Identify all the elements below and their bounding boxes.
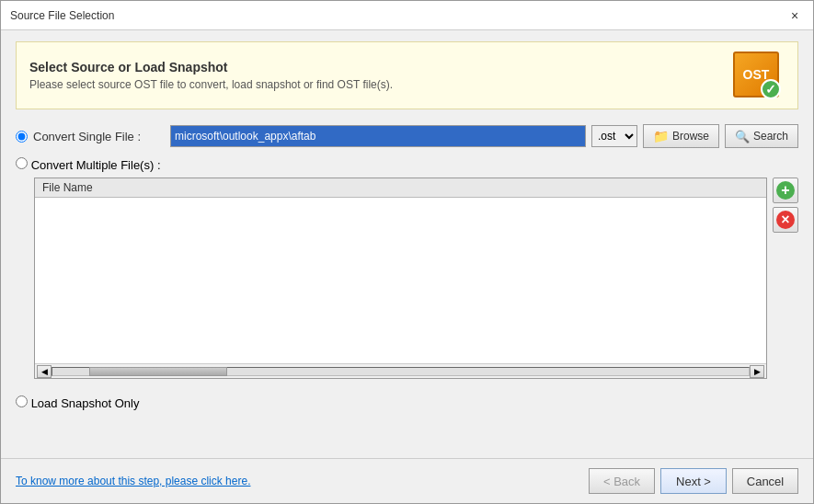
multiple-files-radio[interactable] bbox=[16, 157, 28, 169]
remove-file-button[interactable]: × bbox=[773, 207, 798, 233]
footer: To know more about this step, please cli… bbox=[1, 458, 813, 503]
browse-folder-icon: 📁 bbox=[653, 129, 669, 143]
file-list-area: File Name ◀ ▶ bbox=[34, 178, 798, 379]
dialog: Source File Selection × Select Source or… bbox=[0, 0, 814, 504]
main-content: Select Source or Load Snapshot Please se… bbox=[1, 30, 813, 458]
multiple-files-label-row: Convert Multiple File(s) : bbox=[16, 157, 798, 172]
file-input-group: .ost .pst 📁 Browse 🔍 Search bbox=[170, 124, 798, 148]
load-snapshot-radio[interactable] bbox=[16, 395, 28, 407]
multiple-files-section: Convert Multiple File(s) : File Name ◀ bbox=[16, 157, 798, 379]
close-button[interactable]: × bbox=[785, 6, 804, 25]
footer-buttons: < Back Next > Cancel bbox=[589, 468, 798, 494]
ost-icon: OST ✓ bbox=[733, 52, 779, 97]
single-file-row: Convert Single File : .ost .pst 📁 Browse… bbox=[16, 124, 798, 148]
search-button[interactable]: 🔍 Search bbox=[725, 124, 798, 148]
title-bar: Source File Selection × bbox=[1, 1, 813, 30]
single-file-radio[interactable] bbox=[16, 131, 28, 143]
cancel-button[interactable]: Cancel bbox=[732, 468, 798, 494]
ost-icon-container: OST ✓ bbox=[733, 52, 785, 99]
file-path-input[interactable] bbox=[170, 125, 586, 147]
banner-title: Select Source or Load Snapshot bbox=[29, 60, 393, 74]
add-file-button[interactable]: + bbox=[773, 178, 798, 203]
banner-description: Please select source OST file to convert… bbox=[29, 78, 393, 91]
file-list-container: File Name ◀ ▶ bbox=[34, 178, 767, 379]
scroll-left-arrow[interactable]: ◀ bbox=[37, 365, 52, 378]
remove-icon: × bbox=[776, 211, 795, 229]
file-list-header: File Name bbox=[35, 178, 766, 198]
load-snapshot-label[interactable]: Load Snapshot Only bbox=[16, 395, 139, 410]
back-button[interactable]: < Back bbox=[589, 468, 655, 494]
file-list-buttons: + × bbox=[773, 178, 798, 379]
scroll-right-arrow[interactable]: ▶ bbox=[750, 365, 764, 378]
single-file-label[interactable]: Convert Single File : bbox=[16, 130, 163, 143]
dialog-title: Source File Selection bbox=[10, 9, 114, 22]
file-ext-dropdown[interactable]: .ost .pst bbox=[591, 125, 637, 147]
load-snapshot-row: Load Snapshot Only bbox=[16, 395, 798, 410]
header-text: Select Source or Load Snapshot Please se… bbox=[29, 60, 393, 91]
next-button[interactable]: Next > bbox=[660, 468, 727, 494]
file-list-section: File Name ◀ ▶ bbox=[34, 178, 798, 379]
multiple-files-label[interactable]: Convert Multiple File(s) : bbox=[16, 157, 161, 172]
scrollbar-track bbox=[52, 367, 750, 376]
header-banner: Select Source or Load Snapshot Please se… bbox=[16, 41, 798, 109]
scrollbar-thumb[interactable] bbox=[89, 367, 227, 376]
horizontal-scrollbar[interactable]: ◀ ▶ bbox=[35, 363, 766, 378]
options-section: Convert Single File : .ost .pst 📁 Browse… bbox=[16, 124, 798, 447]
search-icon: 🔍 bbox=[735, 130, 750, 143]
file-list-body[interactable] bbox=[35, 198, 766, 363]
add-icon: + bbox=[776, 181, 795, 200]
browse-button[interactable]: 📁 Browse bbox=[643, 124, 719, 148]
help-link[interactable]: To know more about this step, please cli… bbox=[16, 475, 250, 487]
ost-checkmark-icon: ✓ bbox=[761, 79, 781, 99]
